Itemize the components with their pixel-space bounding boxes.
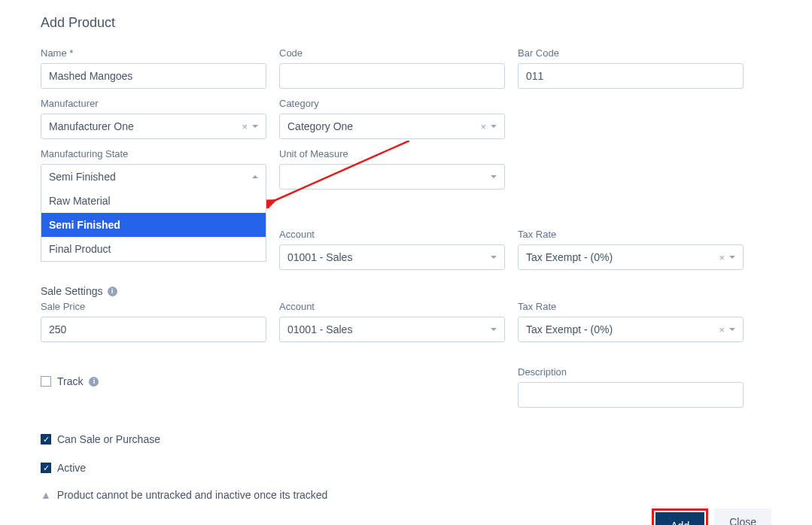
sale-account-label: Account: [279, 301, 505, 312]
close-button[interactable]: Close: [714, 508, 771, 525]
manufacturer-label: Manufacturer: [41, 98, 266, 109]
purchase-account-select[interactable]: 01001 - Sales: [279, 244, 505, 270]
dropdown-option-final[interactable]: Final Product: [41, 237, 266, 261]
warning-row: ▲ Product cannot be untracked and inacti…: [41, 489, 771, 501]
can-sale-checkbox[interactable]: ✓: [41, 434, 51, 445]
field-mfg-state: Manufacturing State Semi Finished Raw Ma…: [41, 148, 266, 190]
purchase-tax-select[interactable]: Tax Exempt - (0%) ×: [518, 244, 744, 270]
field-sale-account: Account 01001 - Sales: [279, 301, 505, 342]
active-checkbox[interactable]: ✓: [41, 463, 51, 473]
can-sale-label: Can Sale or Purchase: [57, 433, 160, 445]
button-row: Add Close: [41, 508, 771, 525]
active-label: Active: [57, 462, 86, 474]
dropdown-option-semi[interactable]: Semi Finished: [41, 213, 266, 237]
track-label: Track: [57, 375, 83, 387]
barcode-label: Bar Code: [518, 47, 744, 59]
category-value: Category One: [287, 120, 480, 132]
category-select[interactable]: Category One ×: [279, 114, 505, 139]
manufacturer-value: Manufacturer One: [49, 120, 242, 132]
dropdown-option-raw[interactable]: Raw Material: [41, 189, 266, 213]
mfg-state-value: Semi Finished: [49, 171, 252, 183]
description-input[interactable]: [518, 382, 744, 408]
active-row: ✓ Active: [41, 462, 771, 474]
add-button[interactable]: Add: [655, 512, 704, 525]
uom-label: Unit of Measure: [279, 148, 505, 159]
sale-price-input[interactable]: [41, 317, 266, 342]
purchase-account-value: 01001 - Sales: [287, 251, 491, 263]
clear-icon[interactable]: ×: [719, 252, 725, 263]
clear-icon[interactable]: ×: [242, 121, 248, 132]
clear-icon[interactable]: ×: [480, 121, 486, 132]
code-input[interactable]: [279, 63, 505, 89]
track-container: Track i: [41, 351, 505, 408]
sale-account-select[interactable]: 01001 - Sales: [279, 317, 505, 342]
category-label: Category: [279, 98, 505, 109]
can-sale-row: ✓ Can Sale or Purchase: [41, 433, 771, 445]
sale-account-value: 01001 - Sales: [287, 323, 491, 335]
annotation-highlight: Add: [652, 508, 708, 525]
purchase-tax-value: Tax Exempt - (0%): [526, 251, 719, 263]
mfg-state-select[interactable]: Semi Finished Raw Material Semi Finished…: [41, 164, 266, 190]
chevron-down-icon: [491, 125, 497, 128]
sale-price-label: Sale Price: [41, 301, 266, 312]
field-purchase-account: Account 01001 - Sales: [279, 229, 505, 270]
chevron-down-icon: [729, 328, 735, 331]
field-code: Code: [279, 47, 505, 89]
uom-select[interactable]: [279, 164, 505, 190]
page-title: Add Product: [41, 15, 771, 31]
sale-tax-value: Tax Exempt - (0%): [526, 323, 719, 335]
manufacturer-select[interactable]: Manufacturer One ×: [41, 114, 266, 139]
sale-tax-select[interactable]: Tax Exempt - (0%) ×: [518, 317, 744, 342]
field-barcode: Bar Code: [518, 47, 744, 89]
chevron-down-icon: [491, 328, 497, 331]
field-manufacturer: Manufacturer Manufacturer One ×: [41, 98, 266, 139]
field-purchase-tax: Tax Rate Tax Exempt - (0%) ×: [518, 229, 744, 270]
chevron-down-icon: [491, 256, 497, 259]
chevron-down-icon: [729, 256, 735, 259]
track-checkbox[interactable]: [41, 376, 51, 387]
purchase-tax-label: Tax Rate: [518, 229, 744, 240]
field-uom: Unit of Measure: [279, 148, 505, 190]
sale-tax-label: Tax Rate: [518, 301, 744, 312]
chevron-down-icon: [252, 125, 258, 128]
purchase-account-label: Account: [279, 229, 505, 240]
chevron-down-icon: [491, 175, 497, 178]
sale-section-heading: Sale Settings i: [41, 285, 771, 297]
field-sale-tax: Tax Rate Tax Exempt - (0%) ×: [518, 301, 744, 342]
field-sale-price: Sale Price: [41, 301, 266, 342]
field-category: Category Category One ×: [279, 98, 505, 139]
chevron-up-icon: [252, 175, 258, 178]
field-name: Name *: [41, 47, 266, 89]
warning-icon: ▲: [41, 489, 51, 501]
description-label: Description: [518, 366, 744, 378]
mfg-state-label: Manufacturing State: [41, 148, 266, 159]
info-icon: i: [89, 377, 99, 387]
info-icon: i: [108, 287, 117, 296]
mfg-state-dropdown: Raw Material Semi Finished Final Product: [41, 189, 266, 262]
name-label: Name *: [41, 47, 266, 59]
code-label: Code: [279, 47, 505, 59]
name-input[interactable]: [41, 63, 266, 89]
clear-icon[interactable]: ×: [719, 324, 725, 335]
barcode-input[interactable]: [518, 63, 744, 89]
warning-text: Product cannot be untracked and inactive…: [57, 489, 328, 501]
field-description: Description: [518, 366, 744, 408]
